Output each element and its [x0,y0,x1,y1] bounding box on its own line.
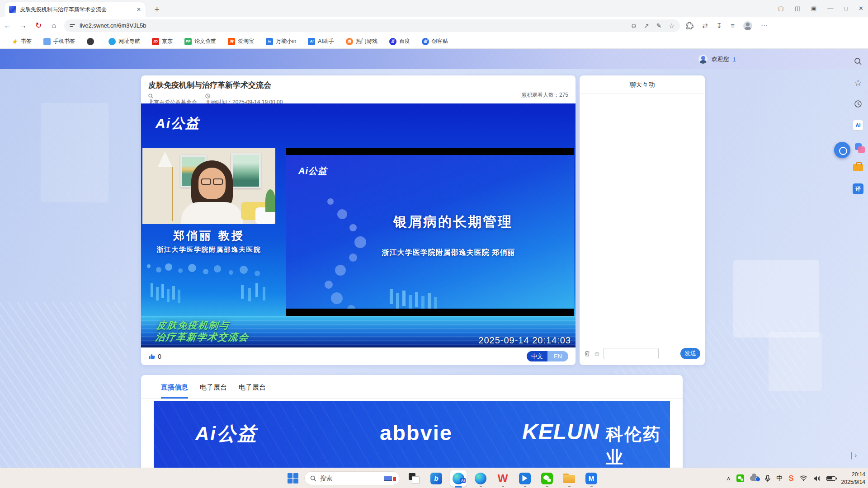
phone-bookmark-icon [43,38,51,45]
clear-chat-icon[interactable] [584,350,590,357]
address-bar[interactable]: live2.swnet.cn/6m3VJL5b ⊖ ↗ ✎ ☆ [64,19,680,32]
page-tabs: 直播信息 电子展台 电子展台 [141,375,683,399]
video-player[interactable]: Ai公益 郑 [141,103,576,347]
taskbar-widgets-icon[interactable] [406,468,422,488]
annotate-icon[interactable]: ✎ [656,22,662,29]
close-button[interactable]: ✕ [859,5,863,12]
bookmark-wanneng-xiaoin[interactable]: in万能小in [266,38,296,45]
tray-date: 2025/9/14 [841,479,865,486]
forward-icon[interactable]: → [15,21,31,30]
bookmark-aitaobao[interactable]: 淘爱淘宝 [228,38,254,45]
reading-list-icon[interactable]: ≡ [731,22,735,29]
taskbar-wps-icon[interactable]: W [495,468,511,488]
sidebar-favorites-icon[interactable]: ☆ [852,76,864,89]
jd-icon: JD [152,38,159,45]
like-button[interactable]: 0 [148,353,161,360]
emoji-icon[interactable]: ☺ [594,350,600,357]
tray-wechat-icon[interactable] [736,474,744,482]
new-tab-button[interactable]: ＋ [153,4,161,14]
maximize-button[interactable]: □ [844,5,848,12]
globe-icon [108,38,116,45]
search-highlight-image[interactable] [384,476,396,481]
like-count: 0 [158,353,161,360]
wall-art [231,153,261,188]
share-icon[interactable]: ↗ [644,22,649,29]
floating-widget-button[interactable] [834,142,850,158]
tab-expo-2[interactable]: 电子展台 [239,383,266,399]
minimize-button[interactable]: — [827,5,833,12]
speaker-webcam-panel: 郑俏丽 教授 浙江大学医学院附属邵逸夫医院 [142,148,275,316]
bookmark-wangzhi-daohang[interactable]: 网址导航 [108,38,140,45]
taskbar-edge-ai-icon[interactable]: AI [450,468,467,488]
site-info-icon[interactable] [70,23,75,28]
browser-tab[interactable]: 皮肤免疫机制与治疗革新学术交流会 ✕ [5,2,146,17]
search-placeholder: 搜索 [320,474,332,483]
tab-live-info[interactable]: 直播信息 [161,383,188,399]
tab-actions-icon[interactable]: ▢ [778,5,783,12]
tray-volume-icon[interactable] [813,475,821,482]
taskbar-search[interactable]: 搜索 [304,471,400,485]
profile-avatar[interactable] [743,21,752,30]
url-text: live2.swnet.cn/6m3VJL5b [80,22,146,29]
thumbs-up-icon [148,353,156,360]
send-button[interactable]: 发送 [680,348,700,359]
tray-clock[interactable]: 20:14 2025/9/14 [841,471,865,485]
favorite-star-icon[interactable]: ☆ [669,22,675,29]
taskbar-dingtalk-icon[interactable] [517,468,533,488]
search-icon [310,475,316,482]
chat-input[interactable] [604,348,659,359]
bookmark-shuqian[interactable]: ★书签 [11,38,32,45]
refresh-icon[interactable]: ↻ [31,21,46,30]
tab-close-icon[interactable]: ✕ [137,6,141,13]
sync-icon[interactable]: ⇄ [702,22,708,30]
back-icon[interactable]: ← [0,21,15,30]
bookmark-baidu[interactable]: 百百度 [389,38,410,45]
home-icon[interactable]: ⌂ [46,21,61,30]
conference-slogan: 皮肤免疫机制与 治疗革新学术交流会 [155,319,251,343]
more-menu-icon[interactable]: ⋯ [761,22,768,30]
bookmark-ai-zhushou[interactable]: AIAI助手 [308,38,334,45]
live-title: 皮肤免疫机制与治疗革新学术交流会 [148,80,568,90]
tray-mic-icon[interactable] [765,475,770,482]
split-screen-icon[interactable]: ◫ [795,5,800,12]
decor-bubbles [147,264,151,268]
zoom-out-icon[interactable]: ⊖ [631,22,637,29]
tray-cloud-icon[interactable] [750,476,759,481]
taskbar-wechat-icon[interactable] [539,468,555,488]
tray-wifi-icon[interactable] [800,475,807,481]
tab-expo-1[interactable]: 电子展台 [200,383,227,399]
taskbar-explorer-icon[interactable] [561,468,577,488]
welcome-user[interactable]: 欢迎您 1 [698,54,736,64]
sidebar-expand-handle[interactable]: ∣› [850,451,858,460]
start-button[interactable] [288,473,298,484]
tray-sogou-icon[interactable]: S [788,474,793,483]
taskbar-meeting-icon[interactable]: M [583,468,599,488]
bookmark-chuangketie[interactable]: 创创客贴 [422,38,448,45]
bookmark-lunwen-chachong[interactable]: PP论文查重 [184,38,216,45]
tray-ime-indicator[interactable]: 中 [776,474,783,483]
sidebar-ai-icon[interactable]: AI [852,119,864,131]
lang-en-button[interactable]: EN [547,351,568,361]
bookmark-icon-only[interactable] [87,38,97,45]
live-video-card: 皮肤免疫机制与治疗革新学术交流会 北京吾爱公益基金会 开始时间：2025-09-… [141,75,576,365]
taskbar-bing-icon[interactable]: b [428,468,444,488]
chat-footer: ☺ 发送 [580,345,705,365]
chat-messages-area[interactable] [580,94,705,345]
bookmark-shouji-shuqian[interactable]: 手机书签 [43,38,75,45]
browser-essentials-icon[interactable]: ▣ [811,5,816,12]
taskbar-edge-icon[interactable] [472,468,489,488]
tray-time: 20:14 [841,471,865,478]
bookmark-remen-youxi[interactable]: 热热门游戏 [346,38,377,45]
extensions-icon[interactable] [686,22,693,29]
tray-chevron-icon[interactable]: ∧ [726,475,731,482]
sidebar-history-icon[interactable] [852,98,864,110]
lang-zh-button[interactable]: 中文 [527,351,547,361]
sidebar-translate-icon[interactable]: 译 [852,183,864,195]
tray-battery-icon[interactable] [826,476,835,481]
sidebar-toolbox-icon[interactable] [852,161,864,174]
sidebar-games-icon[interactable] [852,140,864,153]
sidebar-search-icon[interactable] [852,55,864,68]
sponsor-banner[interactable]: Ai公益 abbvie KELUN 科伦药业 [154,401,670,468]
bookmark-jd[interactable]: JD京东 [152,38,173,45]
downloads-icon[interactable]: ↧ [717,22,722,30]
